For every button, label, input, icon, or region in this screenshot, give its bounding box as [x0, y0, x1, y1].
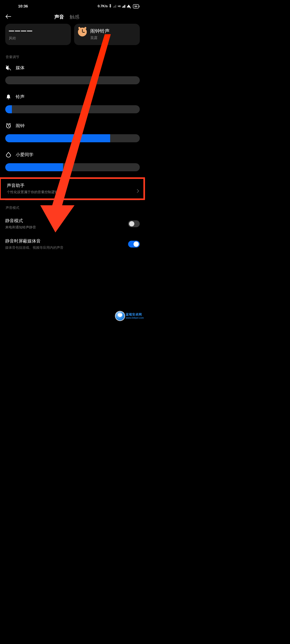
alarm-ringtone-value: 晨露: [90, 36, 110, 40]
alarm-clock-icon: [78, 27, 87, 37]
tab-haptics[interactable]: 触感: [70, 14, 79, 20]
volume-row-alarm: 闹钟: [5, 122, 140, 142]
media-mute-icon: [5, 64, 12, 71]
card-cut-title: ▬▬▬▬: [9, 27, 33, 32]
page-header: 声音 触感: [0, 10, 145, 22]
volume-row-ringtone: 铃声: [5, 94, 140, 113]
watermark-url: www.lmkjsf.com: [126, 316, 144, 319]
alarm-volume-slider[interactable]: [5, 134, 140, 142]
alarm-ringtone-title: 闹钟铃声: [90, 28, 110, 34]
sound-assistant-sub: 个性化设置属于你的音量控制逻辑: [7, 190, 58, 194]
status-right: 0.7K/s HD 6 94: [98, 4, 139, 9]
volume-row-media: 媒体: [5, 64, 140, 84]
watermark-icon: [116, 312, 124, 320]
sound-assistant-title: 声音助手: [7, 182, 58, 188]
volume-label: 小爱同学: [16, 152, 34, 158]
sound-mode-section-header: 声音模式: [6, 206, 140, 210]
status-time: 10:36: [6, 4, 28, 8]
chevron-right-icon: [137, 189, 139, 194]
divider: [5, 200, 140, 200]
bell-icon: [5, 94, 12, 100]
tab-sound[interactable]: 声音: [54, 14, 64, 20]
alarm-icon: [5, 122, 12, 129]
net-speed: 0.7K/s: [98, 4, 108, 8]
silent-media-row[interactable]: 静音时屏蔽媒体音 媒体音包括游戏、视频等应用内的声音: [5, 234, 140, 251]
silent-toggle[interactable]: [128, 220, 140, 227]
silent-title: 静音模式: [5, 218, 36, 224]
alarm-ringtone-card[interactable]: 闹钟铃声 晨露: [74, 24, 140, 45]
wifi-sub: 6: [130, 7, 131, 9]
status-bar: 10:36 0.7K/s HD 6 94: [0, 0, 145, 10]
volume-label: 闹钟: [16, 123, 25, 129]
watermark-name: 蓝莓安卓网: [126, 313, 142, 316]
volume-label: 铃声: [16, 94, 25, 100]
media-volume-slider[interactable]: [5, 76, 140, 84]
hd-label: HD: [118, 6, 121, 7]
volume-section-header: 音量调节: [6, 55, 140, 59]
silent-sub: 来电和通知铃声静音: [5, 225, 36, 230]
xiaoai-icon: [5, 152, 12, 158]
volume-label: 媒体: [16, 65, 25, 71]
battery-icon: 94: [133, 4, 139, 8]
signal-2-icon: [122, 5, 125, 8]
silent-mode-row[interactable]: 静音模式 来电和通知铃声静音: [5, 214, 140, 234]
bluetooth-icon: [109, 4, 112, 9]
volume-row-xiaoai: 小爱同学: [5, 152, 140, 171]
xiaoai-volume-slider[interactable]: [5, 163, 140, 171]
ringtone-volume-slider[interactable]: [5, 105, 140, 113]
signal-1-icon: [113, 5, 116, 8]
silent-media-toggle[interactable]: [128, 241, 140, 248]
ringtone-cards: ▬▬▬▬ 风铃 闹钟铃声 晨露: [5, 24, 140, 45]
watermark: 蓝莓安卓网 www.lmkjsf.com: [116, 312, 144, 320]
notification-ringtone-card[interactable]: ▬▬▬▬ 风铃: [5, 24, 71, 45]
back-button[interactable]: [5, 14, 11, 20]
notification-ringtone-value: 风铃: [9, 36, 16, 41]
silent-media-title: 静音时屏蔽媒体音: [5, 238, 64, 244]
silent-media-sub: 媒体音包括游戏、视频等应用内的声音: [5, 245, 64, 250]
